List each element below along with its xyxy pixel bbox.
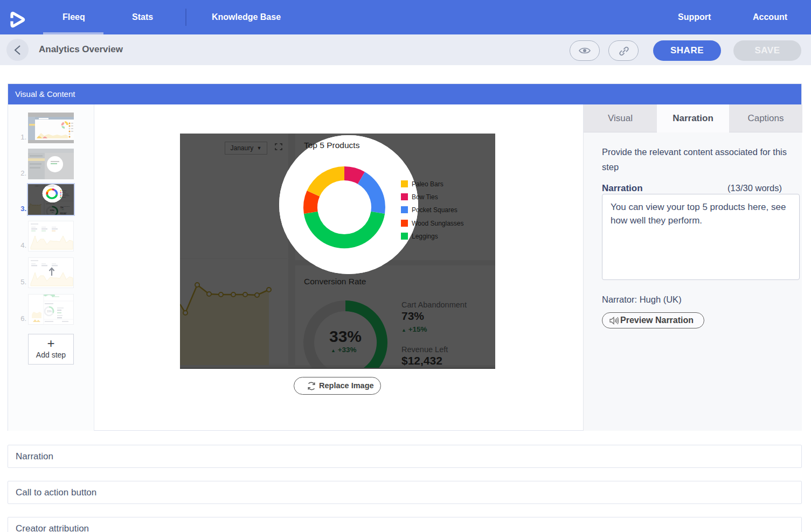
svg-text:33%: 33% [47, 310, 52, 313]
